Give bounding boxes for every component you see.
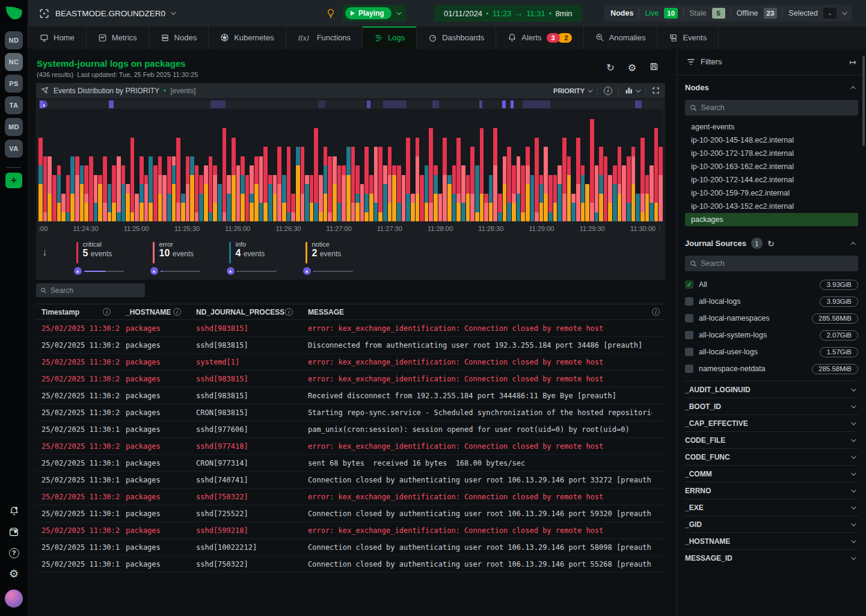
add-space-button[interactable]: + — [5, 173, 22, 188]
table-row[interactable]: 25/02/2025 11:30:12packagessshd[725522]C… — [36, 505, 665, 522]
space-button-nd[interactable]: ND — [5, 31, 23, 49]
column-info-icon[interactable]: i — [103, 308, 111, 316]
checkbox[interactable] — [685, 348, 693, 356]
column-info-icon[interactable]: i — [285, 308, 293, 316]
filter-section-cap-effective[interactable]: _CAP_EFFECTIVE — [685, 414, 858, 431]
legend-item-critical[interactable]: critical5 events▴ — [76, 241, 124, 275]
playback-control[interactable]: Playing — [343, 5, 406, 22]
tab-nodes[interactable]: Nodes — [149, 26, 209, 49]
filter-section-exe[interactable]: _EXE — [685, 499, 858, 516]
gear-icon[interactable]: ⚙ — [628, 62, 636, 73]
tab-anomalies[interactable]: Anomalies — [584, 26, 658, 49]
column-info-icon[interactable]: i — [173, 308, 181, 316]
save-icon[interactable] — [650, 62, 659, 73]
table-row[interactable]: 25/02/2025 11:30:12packagessshd[10022212… — [36, 539, 665, 556]
tab-functions[interactable]: f(x)Functions — [286, 26, 363, 49]
filter-section-boot-id[interactable]: _BOOT_ID — [685, 398, 858, 414]
group-by-dropdown[interactable]: PRIORITY — [553, 87, 591, 94]
tab-metrics[interactable]: Metrics — [87, 26, 149, 49]
filter-section-gid[interactable]: _GID — [685, 516, 858, 532]
filter-section-comm[interactable]: _COMM — [685, 465, 858, 482]
collapse-sidebar-icon[interactable]: ↦ — [849, 57, 856, 67]
table-row[interactable]: 25/02/2025 11:30:25packagessshd[983815]D… — [36, 337, 665, 354]
table-row[interactable]: 25/02/2025 11:30:26packagessshd[750322]e… — [36, 488, 665, 505]
node-filter-item[interactable]: ip-10-200-159-79.ec2.internal — [685, 186, 858, 200]
inbox-icon[interactable] — [8, 526, 19, 537]
table-info-icon[interactable]: i — [652, 308, 660, 316]
table-row[interactable]: 25/02/2025 11:30:26packagessystemd[1]err… — [36, 354, 665, 371]
filter-section-message-id[interactable]: MESSAGE_ID — [685, 549, 858, 566]
space-button-md[interactable]: MD — [5, 118, 23, 136]
legend-anomaly-slider[interactable]: ▴ — [74, 267, 124, 275]
table-row[interactable]: 25/02/2025 11:30:20packagessshd[983815]R… — [36, 387, 665, 404]
nodes-section-header[interactable]: Nodes — [685, 75, 858, 100]
refresh-icon[interactable]: ↻ — [606, 62, 614, 73]
anomaly-ribbon[interactable]: ▴ — [38, 100, 663, 108]
legend-item-info[interactable]: info4 events▴ — [229, 241, 277, 275]
nodes-summary-panel[interactable]: Nodes Live 10 Stale 5 Offline 23 Selecte… — [604, 5, 852, 22]
node-filter-item[interactable]: ip-10-200-172-178.ec2.internal — [685, 147, 858, 160]
node-filter-item[interactable]: ip-10-200-172-144.ec2.internal — [685, 173, 858, 186]
expand-icon[interactable] — [652, 87, 660, 94]
legend-anomaly-slider[interactable]: ▴ — [150, 267, 200, 275]
date-range-picker[interactable]: 01/11/2024 • 11:23 → 11:31 • 8min — [434, 5, 582, 22]
news-bulb-icon[interactable] — [326, 8, 336, 19]
node-filter-item[interactable]: ip-10-200-145-148.ec2.internal — [685, 134, 858, 147]
legend-sort-arrow-icon[interactable]: ↓ — [42, 247, 48, 275]
filter-section-errno[interactable]: ERRNO — [685, 482, 858, 499]
table-row[interactable]: 25/02/2025 11:30:16packagesCRON[977314]s… — [36, 455, 665, 472]
sidebar-scrollbar[interactable] — [862, 56, 865, 146]
chart-plot-area[interactable] — [38, 109, 663, 221]
nodes-search[interactable] — [685, 100, 858, 116]
notifications-bell-icon[interactable] — [8, 505, 19, 516]
column-header--hostname[interactable]: _HOSTNAMEi — [120, 308, 191, 316]
column-header-timestamp[interactable]: Timestampi — [36, 308, 120, 316]
filter-section-code-func[interactable]: CODE_FUNC — [685, 448, 858, 465]
journal-sources-refresh-icon[interactable]: ↻ — [767, 239, 775, 248]
journal-source-item[interactable]: all-local-namespaces285.58MiB — [685, 310, 858, 327]
table-row[interactable]: 25/02/2025 11:30:26packagessshd[599218]e… — [36, 522, 665, 539]
node-filter-item[interactable]: ip-10-200-143-152.ec2.internal — [685, 200, 858, 213]
journal-source-item[interactable]: all-local-system-logs2.07GiB — [685, 327, 858, 343]
table-search[interactable] — [36, 283, 145, 297]
chart-type-selector[interactable] — [625, 87, 639, 94]
filter-section-audit-loginuid[interactable]: _AUDIT_LOGINUID — [685, 381, 858, 398]
checkbox-checked[interactable]: ✓ — [685, 280, 693, 289]
table-row[interactable]: 25/02/2025 11:30:15packagessshd[740741]C… — [36, 472, 665, 488]
tab-alerts[interactable]: Alerts32 — [496, 26, 583, 49]
checkbox[interactable] — [685, 297, 693, 306]
tab-home[interactable]: Home — [28, 26, 87, 49]
table-row[interactable]: 25/02/2025 11:30:20packagesCRON[983815]S… — [36, 404, 665, 421]
checkbox[interactable] — [685, 365, 693, 373]
chart-resize-handle[interactable]: ⋮⋮ — [650, 225, 663, 232]
table-row[interactable]: 25/02/2025 11:30:26packagessshd[983815]e… — [36, 371, 665, 387]
journal-sources-search-input[interactable] — [701, 259, 853, 268]
checkbox[interactable] — [685, 314, 693, 322]
space-button-ps[interactable]: PS — [5, 75, 23, 93]
help-icon[interactable]: ? — [8, 547, 19, 558]
table-search-input[interactable] — [51, 286, 141, 295]
netdata-logo-icon[interactable] — [5, 5, 23, 22]
tab-dashboards[interactable]: Dashboards — [417, 26, 496, 49]
node-filter-item[interactable]: agent-events — [685, 120, 858, 134]
settings-gear-icon[interactable]: ⚙ — [8, 568, 19, 579]
column-header-message[interactable]: MESSAGE — [302, 308, 652, 316]
journal-source-item[interactable]: all-local-logs3.93GiB — [685, 293, 858, 310]
user-avatar[interactable] — [5, 590, 23, 608]
journal-sources-header[interactable]: Journal Sources 1 ↻ — [685, 231, 858, 256]
space-button-nc[interactable]: NC — [5, 53, 23, 71]
space-button-ta[interactable]: TA — [5, 96, 23, 114]
space-selector[interactable]: BEASTMODE.GROUNDZER0 — [38, 8, 174, 19]
checkbox[interactable] — [685, 331, 693, 339]
journal-sources-search[interactable] — [685, 256, 858, 271]
filter-section-hostname[interactable]: _HOSTNAME — [685, 532, 858, 549]
table-row[interactable]: 25/02/2025 11:30:18packagessshd[977606]p… — [36, 421, 665, 438]
journal-source-item[interactable]: namespace-netdata285.58MiB — [685, 360, 858, 377]
nodes-search-input[interactable] — [701, 103, 853, 112]
legend-anomaly-slider[interactable]: ▴ — [227, 267, 277, 275]
tab-events[interactable]: Events — [657, 26, 719, 49]
tab-logs[interactable]: Logs — [363, 26, 417, 49]
space-button-va[interactable]: VA — [5, 140, 23, 158]
legend-anomaly-slider[interactable]: ▴ — [303, 267, 353, 275]
table-row[interactable]: 25/02/2025 11:30:12packagessshd[750322]C… — [36, 556, 665, 573]
